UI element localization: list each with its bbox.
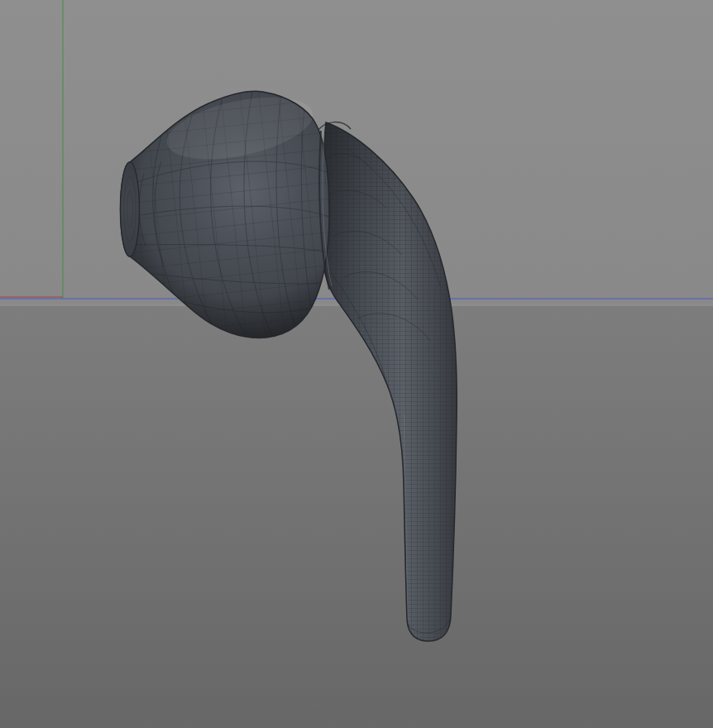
earbud-model[interactable] bbox=[108, 74, 471, 654]
stem-mesh bbox=[314, 83, 471, 654]
stem-shading bbox=[323, 122, 457, 641]
viewport-3d[interactable] bbox=[0, 0, 713, 728]
head-mesh bbox=[108, 74, 347, 356]
ear-tip-cap bbox=[121, 162, 140, 256]
scene-canvas bbox=[0, 0, 713, 728]
